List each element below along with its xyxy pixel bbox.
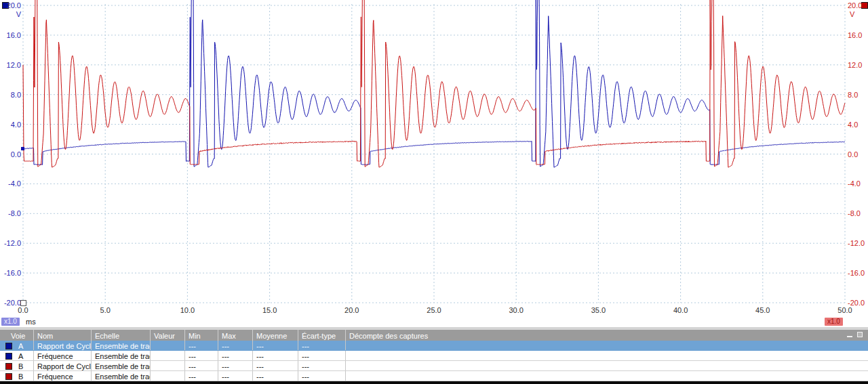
channel-color-marker: [5, 353, 12, 360]
y-tick-label: -8.0: [848, 209, 861, 217]
trace-a-start-marker: [21, 147, 24, 150]
cell-nom: Fréquence: [34, 351, 92, 360]
cell-d-compte-des-captures: [346, 351, 868, 360]
y-tick-label: -8.0: [0, 209, 21, 217]
channel-color-marker: [5, 373, 12, 380]
cell-nom: Rapport de Cycle: [34, 361, 92, 370]
column-header-valeur[interactable]: Valeur: [151, 330, 185, 341]
column-header-max[interactable]: Max: [218, 330, 253, 341]
y-tick-label: 20.0: [0, 1, 21, 9]
y-tick-label: 12.0: [0, 61, 21, 69]
measurements-table: VoieNomEchelleValeurMinMaxMoyenneÉcart-t…: [0, 330, 868, 381]
cell-d-compte-des-captures: [346, 371, 868, 381]
scope-display: V V 20.016.012.08.04.00.0-4.0-8.0-12.0-1…: [0, 0, 868, 327]
x-tick-label: 10.0: [172, 306, 202, 314]
cell-moyenne: ---: [253, 341, 298, 350]
cell-nom: Rapport de Cycle: [34, 341, 92, 350]
left-zoom-badge[interactable]: x1.0: [1, 318, 20, 326]
cell-max: ---: [218, 351, 253, 360]
cell-valeur: [151, 371, 185, 381]
minimize-icon[interactable]: [847, 336, 852, 337]
cell-min: ---: [185, 361, 218, 370]
y-tick-label: 8.0: [0, 91, 21, 99]
table-row[interactable]: BFréquenceEnsemble de traces------------: [0, 371, 868, 381]
y-tick-label: 0.0: [0, 150, 21, 158]
column-header-voie[interactable]: Voie: [0, 330, 34, 341]
cell--cart-type: ---: [298, 371, 346, 381]
channel-letter: B: [18, 362, 23, 370]
cell-d-compte-des-captures: [346, 361, 868, 370]
cell-max: ---: [218, 341, 253, 350]
bottom-collapsed-panel[interactable]: [0, 381, 868, 384]
channel-cell: B: [0, 371, 34, 381]
cell-max: ---: [218, 361, 253, 370]
cell-echelle: Ensemble de traces: [92, 371, 151, 381]
x-tick-label: 50.0: [830, 306, 860, 314]
channel-color-marker: [5, 363, 12, 370]
cell-max: ---: [218, 371, 253, 381]
cell-valeur: [151, 351, 185, 360]
column-header-echelle[interactable]: Echelle: [92, 330, 151, 341]
y-tick-label: -12.0: [848, 239, 865, 247]
x-tick-label: 25.0: [419, 306, 449, 314]
right-zoom-badge[interactable]: x1.0: [825, 318, 843, 326]
cell-valeur: [151, 341, 185, 350]
column-header-moyenne[interactable]: Moyenne: [253, 330, 298, 341]
channel-letter: A: [18, 342, 23, 350]
popup-window-icon[interactable]: [857, 332, 863, 337]
right-axis-unit: V: [850, 10, 854, 18]
cell-moyenne: ---: [253, 361, 298, 370]
column-header-nom[interactable]: Nom: [34, 330, 92, 341]
x-axis-unit: ms: [26, 318, 36, 326]
x-tick-label: 20.0: [337, 306, 367, 314]
x-tick-label: 35.0: [583, 306, 613, 314]
cell-valeur: [151, 361, 185, 370]
measurements-header: VoieNomEchelleValeurMinMaxMoyenneÉcart-t…: [0, 330, 868, 341]
column-header-d-compte-des-captures[interactable]: Décompte des captures: [346, 330, 868, 341]
cell--cart-type: ---: [298, 341, 346, 350]
y-tick-label: 16.0: [0, 31, 21, 39]
waveform-canvas[interactable]: [0, 0, 868, 327]
cell-nom: Fréquence: [34, 371, 92, 381]
x-tick-label: 30.0: [501, 306, 531, 314]
y-tick-label: 12.0: [848, 61, 862, 69]
cell-echelle: Ensemble de traces: [92, 341, 151, 350]
cell-echelle: Ensemble de traces: [92, 351, 151, 360]
y-tick-label: 8.0: [848, 91, 858, 99]
y-tick-label: -16.0: [848, 269, 865, 277]
x-tick-label: 40.0: [666, 306, 696, 314]
y-tick-label: -16.0: [0, 269, 21, 277]
cell-moyenne: ---: [253, 371, 298, 381]
x-tick-label: 45.0: [748, 306, 778, 314]
axis-drag-handle[interactable]: [20, 300, 26, 306]
cell-min: ---: [185, 351, 218, 360]
cell-echelle: Ensemble de traces: [92, 361, 151, 370]
oscilloscope-app: V V 20.016.012.08.04.00.0-4.0-8.0-12.0-1…: [0, 0, 868, 384]
y-tick-label: -12.0: [0, 239, 21, 247]
channel-color-marker: [5, 343, 12, 349]
table-row[interactable]: AFréquenceEnsemble de traces------------: [0, 351, 868, 361]
y-tick-label: -4.0: [0, 179, 21, 188]
channel-letter: B: [18, 372, 23, 381]
cell-d-compte-des-captures: [346, 341, 868, 350]
cell-min: ---: [185, 341, 218, 350]
x-tick-label: 0.0: [8, 306, 38, 314]
y-tick-label: 4.0: [848, 121, 858, 129]
cell--cart-type: ---: [298, 351, 346, 360]
channel-letter: A: [18, 352, 23, 360]
y-tick-label: 20.0: [848, 1, 862, 9]
y-tick-label: -4.0: [848, 179, 861, 188]
table-row[interactable]: BRapport de CycleEnsemble de traces-----…: [0, 361, 868, 371]
column-header--cart-type[interactable]: Écart-type: [298, 330, 346, 341]
y-tick-label: 4.0: [0, 121, 21, 129]
left-axis-unit: V: [0, 10, 21, 18]
cell-min: ---: [185, 371, 218, 381]
cell-moyenne: ---: [253, 351, 298, 360]
column-header-min[interactable]: Min: [185, 330, 218, 341]
channel-cell: A: [0, 351, 34, 360]
channel-b-scale-marker[interactable]: [861, 2, 868, 9]
channel-cell: B: [0, 361, 34, 370]
x-tick-label: 15.0: [255, 306, 285, 314]
y-tick-label: 0.0: [848, 150, 858, 158]
table-row[interactable]: ARapport de CycleEnsemble de traces-----…: [0, 341, 868, 351]
